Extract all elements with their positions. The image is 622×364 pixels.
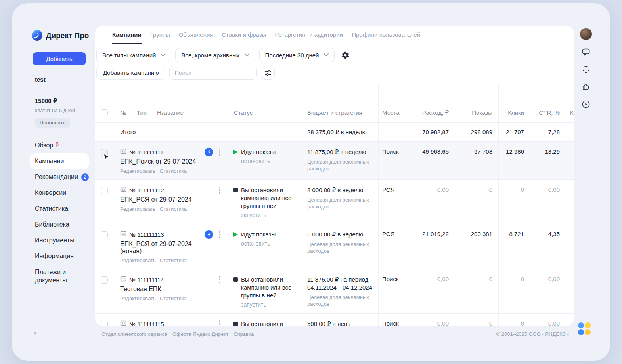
footer-link-offer[interactable]: Оферта Яндекс Директ [172,331,228,337]
column-header-conversions[interactable]: К [566,103,574,122]
campaign-row[interactable]: № 111111111 ЕПК_Поиск от 29-07-2024 Реда… [95,142,574,180]
chat-button[interactable] [581,47,591,57]
tab-groups[interactable]: Группы [150,31,170,44]
notifications-button[interactable] [581,65,591,74]
column-header-type[interactable]: Тип [137,109,147,116]
row-checkbox[interactable] [101,149,108,156]
sidebar-item-information[interactable]: Информация [30,248,89,264]
sidebar-item-tools[interactable]: Инструменты [30,233,89,248]
support-widget[interactable] [578,322,591,335]
filter-settings-button[interactable] [261,66,275,80]
row-menu-button[interactable] [217,319,222,326]
status-action-link[interactable]: остановить [241,240,296,247]
campaign-name[interactable]: ЕПК_РСЯ от 29-07-2024 [120,196,215,203]
tab-retargeting[interactable]: Ретаргетинг и аудитории [275,31,343,44]
status-text: Вы остановили кампанию или все группы в … [241,276,296,299]
period-filter[interactable]: Последние 30 дней [259,48,335,62]
campaign-action-link[interactable]: Редактировать [120,295,156,301]
campaign-row[interactable]: № 111111115 Вы остановили кампанию или в… [95,314,574,326]
tab-bids-phrases[interactable]: Ставки и фразы [222,31,266,44]
search-input[interactable] [169,66,257,80]
campaign-action-link[interactable]: Редактировать [120,257,156,263]
bell-icon [581,65,591,74]
user-avatar[interactable] [580,28,592,40]
campaign-type-icon [120,231,126,238]
campaign-action-link[interactable]: Статистика [160,206,187,212]
row-checkbox[interactable] [101,321,108,326]
add-campaign-button[interactable]: Добавить кампанию [96,66,165,80]
campaign-action-link[interactable]: Статистика [160,257,187,263]
right-rail [581,47,591,109]
reactions-button[interactable] [581,82,591,91]
sidebar-item-statistics[interactable]: Статистика [30,201,89,217]
tab-campaigns[interactable]: Кампании [112,31,142,44]
campaign-action-link[interactable]: Редактировать [120,168,156,174]
row-checkbox[interactable] [101,276,108,284]
select-all-checkbox[interactable] [101,109,108,116]
campaign-type-filter[interactable]: Все типы кампаний [96,48,171,62]
row-menu-button[interactable] [217,230,222,239]
status-action-link[interactable]: запустить [241,301,296,308]
status-action-link[interactable]: запустить [241,212,296,218]
tab-user-profiles[interactable]: Профили пользователей [352,31,420,44]
strategy-text: Целевая доля рекламных расходов [307,158,373,172]
clicks: 0 [499,180,530,224]
footer-link-help[interactable]: Справка [233,331,254,337]
campaign-row[interactable]: № 111111113 ЕПК_РСЯ от 29-07-2024 (новая… [95,224,574,269]
campaign-action-link[interactable]: Статистика [160,295,187,301]
campaign-action-link[interactable]: Редактировать [120,206,156,212]
column-header-budget[interactable]: Бюджет и стратегия [300,103,379,122]
sidebar-item-campaigns[interactable]: Кампании [30,153,89,169]
campaign-id: № 111111111 [129,149,163,156]
archive-filter[interactable]: Все, кроме архивных [175,48,255,62]
totals-spend: 70 982,87 [408,123,455,141]
actions-row: Добавить кампанию [96,66,574,80]
tab-ads[interactable]: Объявления [179,31,213,44]
footer-link-support[interactable]: Отдел клиентского сервиса [101,331,167,337]
status-action-link[interactable]: остановить [241,158,296,164]
app-window: Директ Про Добавить test 15000 ₽ хватит … [12,3,610,361]
column-header-ctr[interactable]: CTR, % [530,103,566,122]
sidebar-item-conversions[interactable]: Конверсии [30,185,89,201]
column-header-num[interactable]: № [120,109,126,116]
spend: 49 963,65 [408,142,455,179]
media-button[interactable] [581,99,591,109]
budget-text: 11 875,00 ₽ в неделю [307,148,373,156]
topup-button[interactable]: Пополнить [35,118,70,128]
campaign-row[interactable]: № 111111112 ЕПК_РСЯ от 29-07-2024 Редакт… [95,180,574,224]
column-header-places[interactable]: Места [379,103,408,122]
column-header-clicks[interactable]: Клики [499,103,530,122]
spend: 0,00 [408,269,455,313]
campaign-actions: РедактироватьСтатистика [120,295,215,301]
strategy-text: Целевая доля рекламных расходов [307,294,373,307]
campaign-row[interactable]: № 111111114 Тестовая ЕПК РедактироватьСт… [95,269,574,314]
row-checkbox[interactable] [101,231,108,238]
column-header-spend[interactable]: Расход, ₽ [408,103,455,122]
campaign-name[interactable]: ЕПК_Поиск от 29-07-2024 [120,158,215,165]
sidebar-item-recommendations[interactable]: Рекомендации 2 [30,169,89,185]
campaigns-table: № Тип Название Статус Бюджет и стратегия… [95,84,574,326]
sidebar-item-payments[interactable]: Платежи и документы [30,264,89,288]
sidebar-item-library[interactable]: Библиотека [30,217,89,233]
campaign-name[interactable]: ЕПК_РСЯ от 29-07-2024 (новая) [120,240,215,255]
impressions: 200 381 [455,224,499,269]
account-name[interactable]: test [35,76,89,83]
column-header-status[interactable]: Статус [227,103,300,122]
campaign-action-link[interactable]: Статистика [160,168,187,174]
totals-row: Итого 28 375,00 ₽ в неделю 70 982,87 298… [95,123,574,142]
impressions: 0 [455,180,499,224]
column-header-impressions[interactable]: Показы [455,103,499,122]
clicks: 12 986 [499,142,530,179]
row-menu-button[interactable] [217,147,222,157]
column-header-name[interactable]: Название [157,109,184,116]
logo[interactable]: Директ Про [32,30,89,41]
row-menu-button[interactable] [217,275,222,284]
sidebar-item-overview[interactable]: Обзор β [30,137,89,153]
add-button[interactable]: Добавить [33,52,86,65]
sidebar-collapse-button[interactable]: ‹ [34,328,37,337]
row-checkbox[interactable] [101,187,108,194]
settings-button[interactable] [339,48,353,62]
campaign-name[interactable]: Тестовая ЕПК [120,286,215,293]
campaign-type-icon [120,276,126,284]
row-menu-button[interactable] [217,185,222,195]
